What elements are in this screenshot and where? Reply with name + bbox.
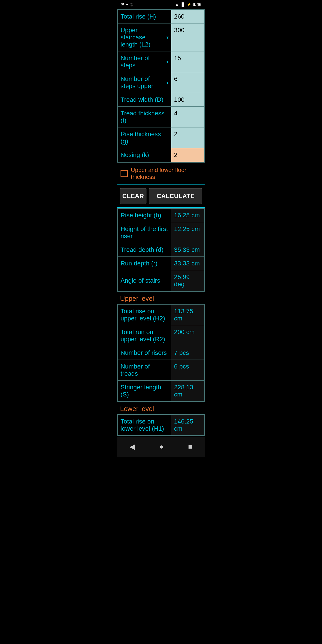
number-of-steps-upper-row: Number of steps upper ▾ 6 xyxy=(118,72,204,93)
total-rise-row: Total rise (H) 260 xyxy=(118,10,204,24)
number-of-risers-row: Number of risers 7 pcs xyxy=(118,346,204,360)
battery-icon: ⚡ xyxy=(187,2,191,7)
upper-level-section: Total rise on upper level (H2) 113.75 cm… xyxy=(118,304,204,402)
nosing-row: Nosing (k) 2 xyxy=(118,148,204,162)
upper-level-label: Upper level xyxy=(118,292,204,304)
number-of-treads-label: Number of treads xyxy=(118,360,171,380)
action-buttons: CLEAR CALCULATE xyxy=(118,184,204,208)
circle-icon: ◎ xyxy=(130,2,133,7)
number-of-risers-label: Number of risers xyxy=(118,346,171,360)
tread-depth-label: Tread depth (d) xyxy=(118,243,171,256)
angle-of-stairs-label: Angle of stairs xyxy=(118,270,171,291)
first-riser-height-row: Height of the first riser 12.25 cm xyxy=(118,222,204,243)
angle-of-stairs-value: 25.99 deg xyxy=(171,270,204,291)
calculate-button[interactable]: CALCULATE xyxy=(149,188,202,204)
total-rise-lower-row: Total rise on lower level (H1) 146.25 cm xyxy=(118,415,204,436)
nosing-label: Nosing (k) xyxy=(118,148,171,162)
total-rise-upper-row: Total rise on upper level (H2) 113.75 cm xyxy=(118,304,204,325)
number-of-steps-label: Number of steps ▾ xyxy=(118,52,171,72)
signal-icon: ▐▌ xyxy=(180,2,185,6)
first-riser-height-value: 12.25 cm xyxy=(171,222,204,243)
stringer-length-value: 228.13 cm xyxy=(171,380,204,401)
nav-bar: ◀ ● ■ xyxy=(118,437,204,457)
total-rise-lower-label: Total rise on lower level (H1) xyxy=(118,415,171,435)
floor-thickness-checkbox[interactable] xyxy=(120,170,128,177)
rise-height-value: 16.25 cm xyxy=(171,209,204,222)
angle-of-stairs-row: Angle of stairs 25.99 deg xyxy=(118,270,204,291)
lower-level-label: Lower level xyxy=(118,402,204,414)
stringer-length-label: Stringer length (S) xyxy=(118,380,171,401)
tread-thickness-label: Tread thickness (t) xyxy=(118,107,171,127)
mail-icon: ✉ xyxy=(120,2,124,7)
clear-button[interactable]: CLEAR xyxy=(120,188,146,204)
upper-staircase-dropdown-icon[interactable]: ▾ xyxy=(166,35,168,40)
number-of-steps-dropdown-icon[interactable]: ▾ xyxy=(166,59,168,64)
results-main-section: Rise height (h) 16.25 cm Height of the f… xyxy=(118,208,204,292)
rise-thickness-label: Rise thickness (g) xyxy=(118,128,171,148)
total-run-upper-label: Total run on upper level (R2) xyxy=(118,325,171,346)
total-rise-label: Total rise (H) xyxy=(118,10,171,23)
total-rise-upper-value: 113.75 cm xyxy=(171,304,204,325)
floor-thickness-label: Upper and lower floor thickness xyxy=(131,166,202,180)
status-bar: ✉ •• ◎ ▲ ▐▌ ⚡ 6:46 xyxy=(118,0,204,9)
number-of-risers-value: 7 pcs xyxy=(171,346,204,360)
tread-thickness-row: Tread thickness (t) 4 xyxy=(118,107,204,128)
rise-thickness-row: Rise thickness (g) 2 xyxy=(118,128,204,148)
number-of-steps-upper-dropdown-icon[interactable]: ▾ xyxy=(166,80,168,85)
run-depth-label: Run depth (r) xyxy=(118,257,171,270)
nosing-value[interactable]: 2 xyxy=(171,148,204,162)
total-rise-lower-value: 146.25 cm xyxy=(171,415,204,435)
rise-thickness-value[interactable]: 2 xyxy=(171,128,204,148)
lower-level-section: Total rise on lower level (H1) 146.25 cm xyxy=(118,414,204,436)
input-section: Total rise (H) 260 Upper staircase lengt… xyxy=(118,10,204,162)
upper-staircase-length-value[interactable]: 300 xyxy=(171,24,204,51)
tread-width-row: Tread width (D) 100 xyxy=(118,93,204,107)
time-display: 6:46 xyxy=(192,2,202,7)
number-of-treads-row: Number of treads 6 pcs xyxy=(118,360,204,380)
run-depth-value: 33.33 cm xyxy=(171,257,204,270)
recent-button[interactable]: ■ xyxy=(181,440,199,453)
number-of-steps-upper-value[interactable]: 6 xyxy=(171,72,204,93)
upper-staircase-length-row: Upper staircase length (L2) ▾ 300 xyxy=(118,24,204,52)
tread-thickness-value[interactable]: 4 xyxy=(171,107,204,127)
floor-thickness-checkbox-row[interactable]: Upper and lower floor thickness xyxy=(118,162,204,184)
status-bar-right: ▲ ▐▌ ⚡ 6:46 xyxy=(175,2,202,7)
wifi-icon: ▲ xyxy=(175,2,179,7)
total-run-upper-row: Total run on upper level (R2) 200 cm xyxy=(118,325,204,346)
number-of-steps-row: Number of steps ▾ 15 xyxy=(118,52,204,72)
number-of-steps-value[interactable]: 15 xyxy=(171,52,204,72)
tread-depth-row: Tread depth (d) 35.33 cm xyxy=(118,243,204,257)
tread-depth-value: 35.33 cm xyxy=(171,243,204,256)
run-depth-row: Run depth (r) 33.33 cm xyxy=(118,257,204,270)
status-bar-left: ✉ •• ◎ xyxy=(120,2,133,7)
dots-icon: •• xyxy=(126,3,128,6)
rise-height-row: Rise height (h) 16.25 cm xyxy=(118,209,204,222)
back-button[interactable]: ◀ xyxy=(123,440,142,453)
stringer-length-row: Stringer length (S) 228.13 cm xyxy=(118,380,204,402)
home-button[interactable]: ● xyxy=(153,440,170,453)
number-of-steps-upper-label: Number of steps upper ▾ xyxy=(118,72,171,93)
total-rise-value[interactable]: 260 xyxy=(171,10,204,23)
tread-width-value[interactable]: 100 xyxy=(171,93,204,106)
first-riser-height-label: Height of the first riser xyxy=(118,222,171,243)
tread-width-label: Tread width (D) xyxy=(118,93,171,106)
total-run-upper-value: 200 cm xyxy=(171,325,204,346)
upper-staircase-length-label: Upper staircase length (L2) ▾ xyxy=(118,24,171,51)
rise-height-label: Rise height (h) xyxy=(118,209,171,222)
number-of-treads-value: 6 pcs xyxy=(171,360,204,380)
total-rise-upper-label: Total rise on upper level (H2) xyxy=(118,304,171,325)
